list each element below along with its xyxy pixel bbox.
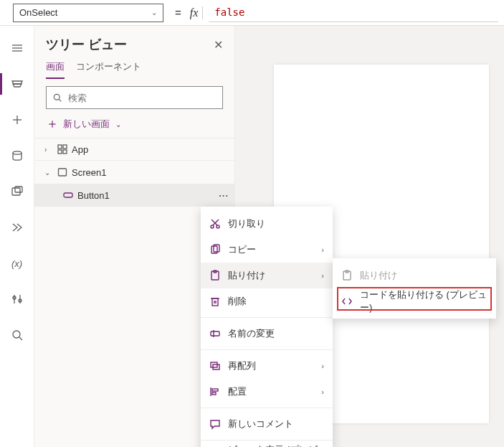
equals-sign: = (169, 6, 184, 19)
chevron-right-icon: › (321, 271, 324, 280)
menu-label: コピー (228, 243, 256, 256)
menu-label: 再配列 (228, 359, 256, 372)
close-icon[interactable]: ✕ (214, 38, 223, 52)
chevron-right-icon: › (321, 245, 324, 254)
tree-search-input[interactable] (68, 93, 217, 103)
svg-rect-42 (212, 392, 216, 395)
svg-line-15 (59, 99, 61, 101)
rail-media[interactable] (0, 174, 34, 210)
menu-label: 新しいコメント (228, 418, 293, 430)
tab-screen[interactable]: 画面 (46, 60, 65, 79)
menu-label: コードを貼り付ける (プレビュー) (360, 288, 488, 314)
menu-label: 配置 (228, 385, 247, 398)
svg-rect-7 (15, 187, 22, 192)
paste-icon (341, 270, 353, 281)
chevron-down-icon: ⌄ (115, 121, 121, 128)
menu-label: 名前の変更 (228, 327, 275, 340)
property-selector[interactable]: OnSelect ⌄ (13, 4, 163, 22)
menu-delete[interactable]: 削除 (201, 288, 333, 314)
rail-flows[interactable] (0, 210, 34, 245)
svg-rect-41 (212, 389, 218, 391)
screen-icon (57, 167, 67, 177)
menu-label: 切り取り (228, 217, 265, 230)
new-screen-button[interactable]: 新しい画面 ⌄ (34, 115, 234, 138)
rename-icon (209, 328, 221, 339)
tree-search[interactable] (46, 86, 223, 109)
svg-rect-21 (63, 150, 67, 154)
code-icon (341, 296, 353, 307)
tree-node-label: Screen1 (72, 167, 106, 178)
chevron-down-icon: ⌄ (151, 9, 157, 17)
svg-rect-22 (59, 169, 67, 176)
chevron-right-icon: › (321, 362, 324, 370)
chevron-down-icon: ⌄ (44, 169, 53, 177)
formula-input[interactable] (209, 4, 498, 22)
more-icon[interactable]: ··· (219, 190, 229, 201)
fx-icon: fx (190, 6, 204, 19)
svg-point-24 (211, 225, 214, 228)
svg-line-13 (19, 337, 22, 340)
rail-hamburger[interactable] (0, 30, 34, 66)
rail-insert[interactable] (0, 102, 34, 138)
rail-tree-view[interactable] (0, 66, 34, 102)
rail-tools[interactable] (0, 281, 34, 317)
menu-label: 削除 (228, 295, 247, 308)
menu-align[interactable]: 配置 › (201, 379, 333, 405)
svg-rect-23 (64, 193, 72, 197)
menu-label: ビューを表示 (プレビュー) (228, 443, 324, 447)
menu-paste[interactable]: 貼り付け › (201, 263, 333, 288)
chevron-right-icon: › (44, 146, 53, 154)
paste-icon (209, 270, 221, 281)
tree-node-label: Button1 (77, 190, 110, 201)
svg-point-14 (54, 94, 60, 100)
svg-rect-6 (12, 188, 20, 195)
tab-components[interactable]: コンポーネント (76, 60, 141, 79)
property-name: OnSelect (19, 7, 57, 18)
rail-variables[interactable]: (x) (0, 245, 34, 281)
paste-submenu: 貼り付け コードを貼り付ける (プレビュー) (333, 258, 496, 319)
menu-show-view[interactable]: ビューを表示 (プレビュー) (201, 443, 333, 447)
rail-data[interactable] (0, 138, 34, 174)
comment-icon (209, 418, 221, 430)
reorder-icon (209, 360, 221, 372)
rail-search[interactable] (0, 317, 34, 353)
app-icon (57, 144, 67, 154)
submenu-paste-code[interactable]: コードを貼り付ける (プレビュー) (333, 288, 496, 314)
svg-rect-19 (63, 145, 67, 149)
copy-icon (209, 244, 221, 255)
tree-node-label: App (72, 144, 88, 155)
tree-node-screen1[interactable]: ⌄ Screen1 (34, 161, 234, 184)
tree-node-button1[interactable]: Button1 ··· (34, 184, 234, 207)
svg-point-25 (217, 225, 219, 228)
menu-label: 貼り付け (360, 269, 397, 282)
tree-view-title: ツリー ビュー (46, 36, 127, 53)
svg-point-5 (13, 151, 22, 154)
menu-label: 貼り付け (228, 269, 265, 282)
tree-node-app[interactable]: › App (34, 138, 234, 161)
left-rail: (x) (0, 26, 34, 447)
button-icon (63, 190, 73, 200)
context-menu: 切り取り コピー › 貼り付け › 削除 名前の変更 再配列 › 配置 › 新し… (201, 207, 333, 447)
submenu-paste: 貼り付け (333, 263, 496, 288)
svg-rect-18 (58, 145, 62, 149)
menu-cut[interactable]: 切り取り (201, 211, 333, 237)
cut-icon (209, 218, 221, 230)
svg-rect-20 (58, 150, 62, 154)
menu-rename[interactable]: 名前の変更 (201, 321, 333, 347)
svg-point-12 (13, 331, 20, 338)
formula-bar: OnSelect ⌄ = fx (0, 0, 504, 26)
svg-rect-32 (212, 298, 218, 306)
chevron-right-icon: › (321, 387, 324, 396)
menu-copy[interactable]: コピー › (201, 237, 333, 263)
menu-new-comment[interactable]: 新しいコメント (201, 411, 333, 437)
menu-reorder[interactable]: 再配列 › (201, 353, 333, 379)
align-icon (209, 386, 221, 397)
svg-rect-36 (211, 331, 219, 336)
new-screen-label: 新しい画面 (63, 118, 110, 131)
delete-icon (209, 296, 221, 307)
